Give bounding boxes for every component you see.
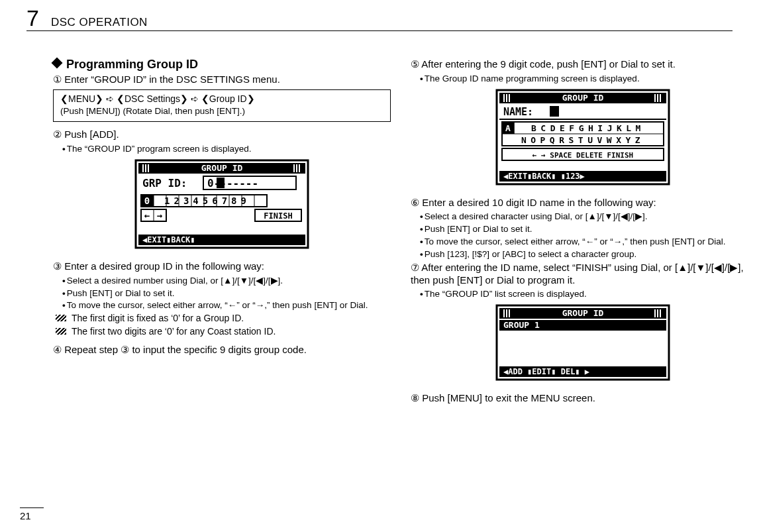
chapter-title: DSC OPERATION: [51, 15, 148, 29]
svg-text:123456789: 123456789: [164, 195, 250, 206]
chapter-number: 7: [26, 4, 39, 32]
svg-rect-44: [550, 106, 559, 117]
svg-text:0-------: 0-------: [207, 177, 258, 189]
svg-text:GROUP ID: GROUP ID: [562, 93, 604, 103]
svg-text:BCDEFGHIJKLM: BCDEFGHIJKLM: [531, 123, 645, 133]
left-column: Programming Group ID ① Enter “GROUP ID” …: [53, 57, 391, 407]
svg-rect-6: [296, 164, 297, 172]
step-2: ② Push [ADD].: [53, 129, 391, 141]
right-column: ⑤ After entering the 9 digit code, push …: [411, 57, 755, 407]
step-7: ⑦ After entering the ID name, select “FI…: [411, 262, 755, 287]
svg-text:A: A: [505, 123, 511, 133]
step-3-bullet-3: •To move the cursor, select either arrow…: [62, 300, 391, 311]
page-number: 21: [20, 510, 31, 523]
step-6-bullet-2: •Push [ENT] or Dial to set it.: [420, 224, 755, 235]
svg-rect-7: [299, 164, 300, 172]
svg-text:0: 0: [144, 195, 150, 206]
svg-rect-62: [657, 309, 658, 317]
svg-rect-2: [142, 164, 144, 172]
step-2-bullet-1: •The “GROUP ID” program screen is displa…: [62, 144, 391, 155]
section-heading: Programming Group ID: [53, 57, 391, 72]
menu-path-line2: (Push [MENU]) (Rotate Dial, then push [E…: [60, 105, 383, 117]
svg-rect-4: [148, 164, 149, 172]
svg-rect-61: [654, 309, 656, 317]
section-title-text: Programming Group ID: [66, 58, 198, 71]
svg-text:NAME:: NAME:: [503, 106, 533, 118]
chapter-header: 7 DSC OPERATION: [26, 4, 148, 32]
svg-rect-59: [506, 309, 507, 317]
lcd-screenshot-3: GROUP ID GROUP 1 ◀ADD ▮EDIT▮ DEL▮ ▶: [411, 301, 755, 391]
svg-text:GRP ID:: GRP ID:: [142, 177, 187, 189]
svg-text:◀EXIT▮BACK▮: ◀EXIT▮BACK▮: [142, 235, 195, 244]
step-1: ① Enter “GROUP ID” in the DSC SETTINGS m…: [53, 74, 391, 86]
menu-path-box: ❮MENU❯ ➪ ❮DSC Settings❯ ➪ ❮Group ID❯ (Pu…: [53, 89, 391, 122]
svg-rect-5: [293, 164, 295, 172]
step-3-note-1: The first digit is fixed as ‘0’ for a Gr…: [72, 313, 391, 325]
step-8: ⑧ Push [MENU] to exit the MENU screen.: [411, 392, 755, 405]
svg-rect-60: [509, 309, 510, 317]
diamond-icon: [52, 58, 63, 69]
step-6-bullet-3: •To move the cursor, select either arrow…: [420, 237, 755, 248]
step-3-note-2: The first two digits are ‘0’ for any Coa…: [72, 326, 391, 338]
svg-text:GROUP ID: GROUP ID: [201, 163, 243, 173]
svg-text:◀ADD ▮EDIT▮ DEL▮            ▶: ◀ADD ▮EDIT▮ DEL▮ ▶: [503, 367, 590, 376]
svg-text:◀EXIT▮BACK▮      ▮123▶: ◀EXIT▮BACK▮ ▮123▶: [503, 172, 585, 181]
svg-rect-3: [145, 164, 146, 172]
document-page: 7 DSC OPERATION Programming Group ID ① E…: [0, 0, 759, 532]
svg-text:NOPQRSTUVWXYZ: NOPQRSTUVWXYZ: [521, 135, 644, 145]
svg-rect-38: [509, 94, 510, 102]
step-6: ⑥ Enter a desired 10 digit ID name in th…: [411, 197, 755, 209]
svg-rect-36: [503, 94, 505, 102]
step-3-bullet-1: •Select a desired number using Dial, or …: [62, 276, 391, 287]
menu-path-line1: ❮MENU❯ ➪ ❮DSC Settings❯ ➪ ❮Group ID❯: [60, 93, 383, 105]
step-6-bullet-4: •Push [123], [!$?] or [ABC] to select a …: [420, 249, 755, 260]
svg-text:→: →: [157, 210, 162, 221]
svg-rect-63: [660, 309, 661, 317]
svg-rect-41: [660, 94, 661, 102]
svg-rect-37: [506, 94, 507, 102]
svg-text:←  →  SPACE DELETE FINISH: ← → SPACE DELETE FINISH: [532, 151, 633, 160]
page-number-rule: [20, 507, 44, 508]
step-5-bullet-1: •The Group ID name programming screen is…: [420, 74, 755, 85]
svg-text:FINISH: FINISH: [264, 211, 292, 221]
step-7-bullet-1: •The “GROUP ID” list screen is displayed…: [420, 289, 755, 300]
step-3-bullet-2: •Push [ENT] or Dial to set it.: [62, 288, 391, 299]
svg-rect-40: [657, 94, 658, 102]
step-6-bullet-1: •Select a desired character using Dial, …: [420, 211, 755, 223]
svg-text:GROUP 1: GROUP 1: [503, 320, 540, 330]
step-3: ③ Enter a desired group ID in the follow…: [53, 260, 391, 273]
lcd-screenshot-2: GROUP ID NAME: A BCDEFGHIJKLM NOPQRSTUVW…: [411, 86, 755, 195]
svg-text:GROUP ID: GROUP ID: [562, 308, 604, 318]
lcd-screenshot-1: GROUP ID GRP ID: 0------- 0 123456789: [53, 156, 391, 259]
svg-rect-12: [217, 178, 225, 188]
svg-rect-58: [503, 309, 505, 317]
step-4: ④ Repeat step ③ to input the specific 9 …: [53, 344, 391, 356]
svg-text:←: ←: [144, 210, 150, 221]
chapter-rule: [26, 30, 733, 31]
svg-rect-39: [654, 94, 656, 102]
step-5: ⑤ After entering the 9 digit code, push …: [411, 58, 755, 71]
